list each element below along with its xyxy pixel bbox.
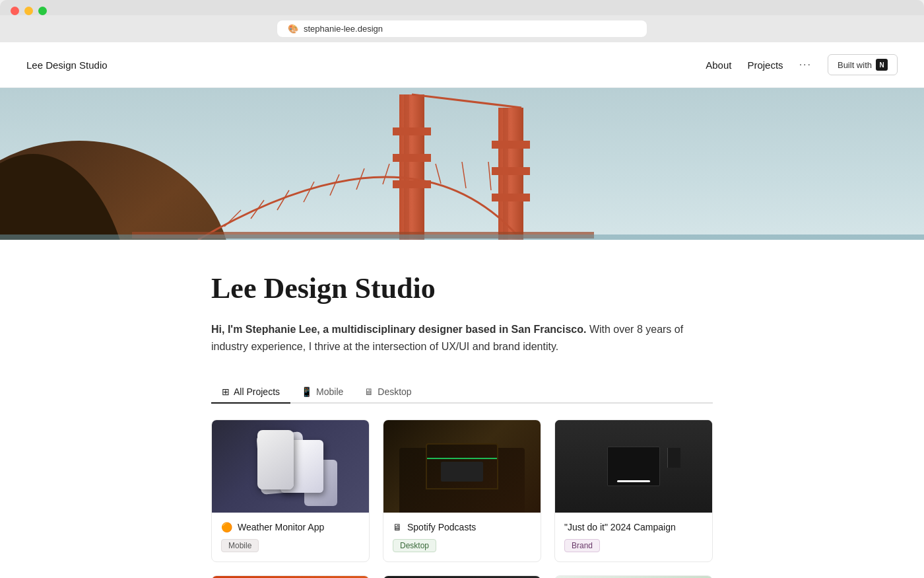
svg-rect-5 — [393, 127, 431, 135]
page-title: Lee Design Studio — [211, 271, 713, 305]
built-with-label: Built with — [838, 60, 872, 70]
description-bold: Hi, I'm Stephanie Lee, a multidisciplina… — [211, 324, 586, 335]
project-card-row2-1[interactable]: Basics — [211, 575, 370, 578]
project-name-spotify: 🖥 Spotify Podcasts — [393, 522, 531, 532]
tab-desktop[interactable]: 🖥 Desktop — [354, 381, 422, 404]
address-bar-row: 🎨 stephanie-lee.design — [0, 15, 924, 42]
project-info-spotify: 🖥 Spotify Podcasts Desktop — [383, 513, 541, 561]
svg-rect-10 — [492, 141, 530, 149]
bridge-svg — [0, 88, 924, 240]
project-tag-nike: Brand — [564, 539, 600, 552]
project-card-row2-3[interactable] — [554, 575, 713, 578]
nav-projects[interactable]: Projects — [747, 59, 783, 71]
tab-all-label: All Projects — [234, 386, 280, 397]
svg-rect-12 — [492, 194, 530, 201]
project-image-weather — [212, 420, 369, 513]
project-tag-spotify: Desktop — [393, 539, 436, 552]
nav-more-dots[interactable]: ··· — [799, 59, 812, 71]
project-card-weather[interactable]: 🟠 Weather Monitor App Mobile — [211, 419, 370, 562]
browser-window: 🎨 stephanie-lee.design Lee Design Studio… — [0, 0, 924, 578]
close-button[interactable] — [11, 7, 19, 15]
project-card-spotify[interactable]: 🖥 Spotify Podcasts Desktop — [383, 419, 541, 562]
project-name-nike: "Just do it" 2024 Campaign — [564, 522, 703, 532]
project-name-weather: 🟠 Weather Monitor App — [221, 522, 360, 532]
all-projects-icon: ⊞ — [222, 386, 230, 397]
project-info-weather: 🟠 Weather Monitor App Mobile — [212, 513, 369, 561]
tab-all-projects[interactable]: ⊞ All Projects — [211, 381, 290, 404]
site-logo[interactable]: Lee Design Studio — [26, 59, 108, 71]
tab-mobile-label: Mobile — [316, 386, 343, 397]
svg-rect-6 — [393, 154, 431, 162]
svg-rect-11 — [492, 167, 530, 175]
maximize-button[interactable] — [38, 7, 47, 15]
notion-icon: N — [876, 59, 888, 71]
url-text: stephanie-lee.design — [304, 24, 383, 34]
minimize-button[interactable] — [24, 7, 33, 15]
tab-mobile[interactable]: 📱 Mobile — [290, 381, 354, 404]
nav-right: About Projects ··· Built with N — [706, 54, 898, 75]
project-image-spotify — [383, 420, 541, 513]
project-card-nike[interactable]: "Just do it" 2024 Campaign Brand — [554, 419, 713, 562]
built-with-button[interactable]: Built with N — [828, 54, 898, 75]
tab-desktop-label: Desktop — [378, 386, 411, 397]
filter-tabs: ⊞ All Projects 📱 Mobile 🖥 Desktop — [211, 381, 713, 404]
projects-grid: 🟠 Weather Monitor App Mobile — [211, 419, 713, 578]
address-bar[interactable]: 🎨 stephanie-lee.design — [277, 20, 647, 37]
svg-rect-4 — [404, 94, 409, 240]
project-card-row2-2[interactable] — [383, 575, 541, 578]
desktop-icon: 🖥 — [364, 386, 374, 397]
mobile-icon: 📱 — [301, 386, 312, 397]
nav-about[interactable]: About — [706, 59, 731, 71]
page-description: Hi, I'm Stephanie Lee, a multidisciplina… — [211, 321, 713, 355]
favicon-icon: 🎨 — [288, 24, 298, 34]
svg-rect-24 — [0, 235, 924, 240]
top-nav: Lee Design Studio About Projects ··· Bui… — [0, 42, 924, 88]
svg-rect-3 — [399, 94, 424, 240]
project-tag-weather: Mobile — [221, 539, 259, 552]
hero-image — [0, 88, 924, 240]
main-content: Lee Design Studio Hi, I'm Stephanie Lee,… — [198, 240, 726, 578]
project-info-nike: "Just do it" 2024 Campaign Brand — [555, 513, 712, 561]
page-content: Lee Design Studio About Projects ··· Bui… — [0, 42, 924, 578]
project-image-nike — [555, 420, 712, 513]
